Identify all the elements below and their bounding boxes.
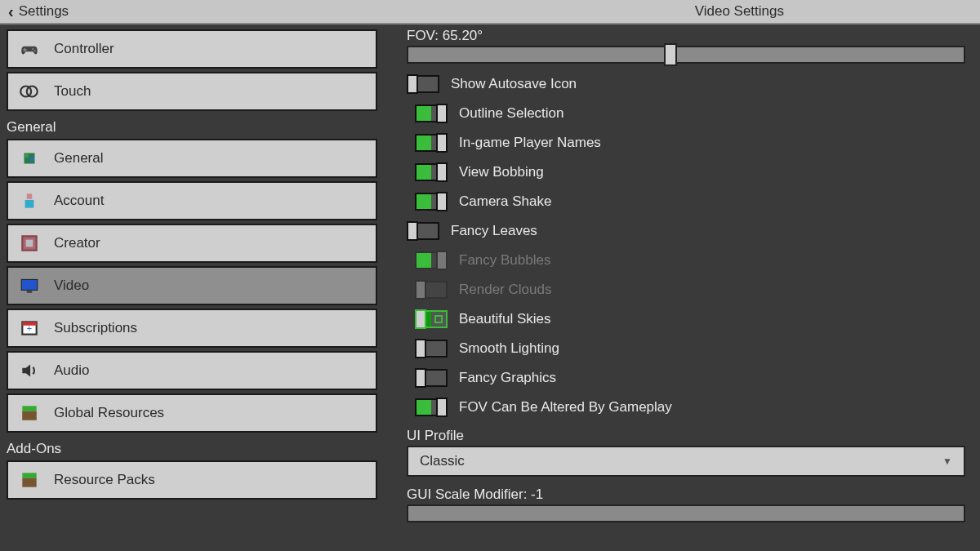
- toggle-fancy-graphics[interactable]: Fancy Graphics: [407, 369, 965, 387]
- section-label-addons: Add-Ons: [7, 436, 377, 460]
- account-icon: [18, 189, 41, 212]
- svg-text:+: +: [27, 323, 32, 333]
- page-title: Video Settings: [695, 3, 784, 20]
- sidebar-item-label: Global Resources: [54, 405, 164, 421]
- video-settings-panel: FOV: 65.20° Show Autosave Icon Outline S…: [384, 24, 980, 551]
- chevron-down-icon: ▼: [942, 455, 952, 467]
- sidebar-item-label: Resource Packs: [54, 472, 155, 488]
- svg-point-1: [33, 50, 35, 51]
- fov-label: FOV: 65.20°: [407, 28, 965, 44]
- svg-rect-18: [22, 406, 36, 411]
- svg-rect-9: [27, 193, 33, 199]
- sidebar-item-label: General: [54, 150, 103, 167]
- toggle-fancy-bubbles: Fancy Bubbles: [407, 251, 965, 269]
- svg-rect-21: [22, 473, 36, 478]
- sidebar-item-creator[interactable]: Creator: [7, 224, 377, 263]
- grass-block-icon: [18, 469, 41, 491]
- sidebar-item-video[interactable]: Video: [7, 266, 377, 305]
- chevron-left-icon: ‹: [8, 2, 14, 21]
- back-label: Settings: [19, 3, 69, 20]
- ui-profile-dropdown[interactable]: Classic ▼: [407, 446, 965, 477]
- svg-rect-12: [26, 240, 33, 247]
- svg-rect-14: [27, 291, 33, 293]
- speaker-icon: [18, 359, 41, 382]
- svg-point-0: [32, 48, 33, 50]
- toggle-outline-selection[interactable]: Outline Selection: [407, 104, 965, 122]
- grass-block-icon: [18, 402, 41, 424]
- sidebar-item-label: Controller: [54, 41, 114, 57]
- header-bar: ‹ Settings Video Settings: [0, 0, 980, 24]
- svg-rect-7: [25, 154, 29, 158]
- toggle-render-clouds: Render Clouds: [407, 281, 965, 299]
- sidebar-item-touch[interactable]: Touch: [7, 72, 377, 111]
- controller-icon: [18, 38, 41, 60]
- sidebar-item-subscriptions[interactable]: + Subscriptions: [7, 309, 377, 348]
- gui-scale-slider[interactable]: [407, 504, 965, 522]
- svg-rect-13: [21, 279, 38, 290]
- sidebar-item-label: Audio: [54, 362, 89, 379]
- sidebar-item-controller[interactable]: Controller: [7, 29, 377, 69]
- gui-scale-label: GUI Scale Modifier: -1: [407, 487, 965, 503]
- toggle-smooth-lighting[interactable]: Smooth Lighting: [407, 340, 965, 358]
- section-label-general: General: [7, 114, 377, 139]
- svg-rect-10: [25, 200, 34, 208]
- ui-profile-label: UI Profile: [407, 428, 965, 444]
- toggle-view-bobbing[interactable]: View Bobbing: [407, 163, 965, 181]
- toggle-fancy-leaves[interactable]: Fancy Leaves: [407, 222, 965, 240]
- slider-thumb[interactable]: [664, 43, 677, 66]
- sidebar: Controller Touch General General Account: [0, 24, 384, 551]
- globe-icon: [18, 147, 41, 170]
- svg-rect-3: [23, 49, 26, 51]
- sidebar-item-general[interactable]: General: [7, 139, 377, 178]
- sidebar-item-label: Video: [54, 278, 89, 294]
- dropdown-value: Classic: [420, 453, 465, 469]
- monitor-icon: [18, 274, 41, 297]
- sidebar-item-account[interactable]: Account: [7, 181, 377, 220]
- toggle-fov-gameplay[interactable]: FOV Can Be Altered By Gameplay: [407, 398, 965, 416]
- svg-rect-22: [22, 478, 36, 487]
- svg-rect-20: [22, 411, 36, 420]
- toggle-camera-shake[interactable]: Camera Shake: [407, 193, 965, 211]
- sidebar-item-audio[interactable]: Audio: [7, 351, 377, 390]
- back-button[interactable]: ‹ Settings: [0, 2, 69, 21]
- toggle-ingame-names[interactable]: In-game Player Names: [407, 134, 965, 152]
- sidebar-item-label: Account: [54, 193, 104, 209]
- sidebar-item-global-resources[interactable]: Global Resources: [7, 393, 377, 433]
- touch-icon: [18, 80, 41, 103]
- sidebar-item-label: Creator: [54, 235, 100, 251]
- creator-icon: [18, 232, 41, 255]
- toggle-show-autosave[interactable]: Show Autosave Icon: [407, 75, 965, 93]
- sidebar-item-resource-packs[interactable]: Resource Packs: [7, 460, 377, 500]
- toggle-beautiful-skies[interactable]: Beautiful Skies: [407, 310, 965, 328]
- sidebar-item-label: Touch: [54, 83, 91, 100]
- calendar-icon: +: [18, 317, 41, 340]
- fov-slider[interactable]: [407, 46, 965, 64]
- sidebar-item-label: Subscriptions: [54, 320, 137, 336]
- svg-rect-8: [30, 158, 33, 161]
